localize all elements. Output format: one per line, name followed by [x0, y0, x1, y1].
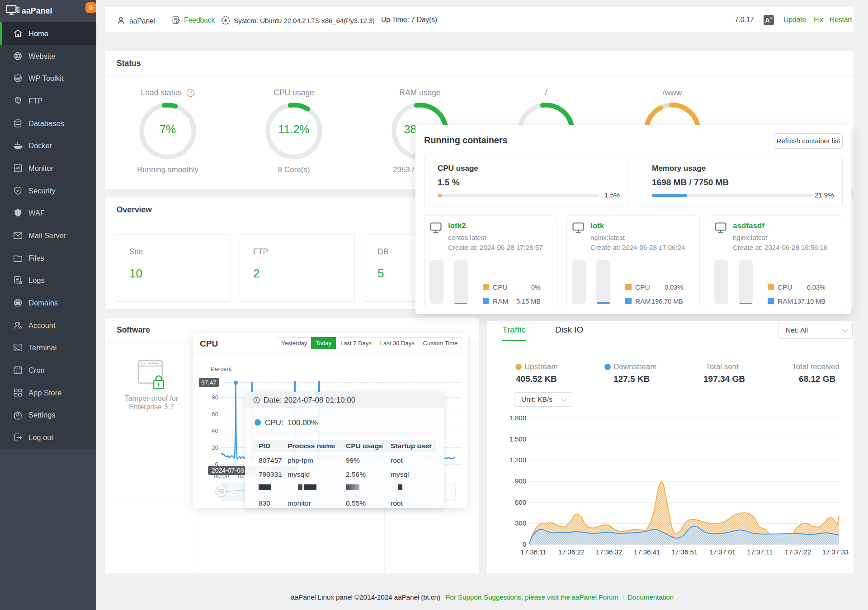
- svg-text:97.47: 97.47: [201, 379, 217, 386]
- svg-text:600: 600: [515, 498, 526, 506]
- svg-text:0: 0: [523, 540, 526, 548]
- svg-text:17:37:11: 17:37:11: [747, 548, 773, 556]
- svg-text:17:37:01: 17:37:01: [709, 548, 736, 556]
- svg-text:17:36:11: 17:36:11: [520, 548, 546, 556]
- svg-text:20: 20: [212, 444, 218, 451]
- svg-text:60: 60: [212, 411, 218, 418]
- svg-text:900: 900: [515, 477, 526, 485]
- svg-text:1,500: 1,500: [509, 435, 526, 443]
- svg-text:17:36:41: 17:36:41: [634, 548, 660, 556]
- svg-text:300: 300: [515, 519, 526, 527]
- svg-text:17:37:33: 17:37:33: [822, 548, 849, 556]
- svg-text:1,800: 1,800: [509, 414, 526, 422]
- svg-text:x: x: [770, 16, 773, 20]
- svg-text:80: 80: [212, 394, 218, 401]
- svg-text:Percent: Percent: [211, 366, 232, 372]
- svg-text:17:36:32: 17:36:32: [596, 548, 622, 556]
- svg-text:40: 40: [212, 427, 218, 434]
- svg-text:17:37:22: 17:37:22: [785, 548, 811, 556]
- svg-text:1,200: 1,200: [509, 456, 526, 464]
- svg-text:17:36:22: 17:36:22: [558, 548, 585, 556]
- svg-text:?: ?: [189, 90, 192, 95]
- svg-text:17:36:51: 17:36:51: [671, 548, 698, 556]
- svg-text:A: A: [765, 17, 769, 24]
